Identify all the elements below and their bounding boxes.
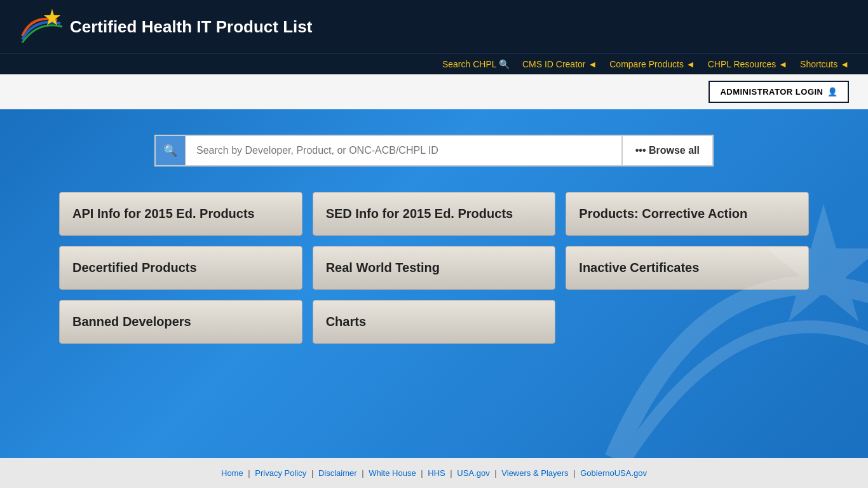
main-content: 🔍 ••• Browse all API Info for 2015 Ed. P… [0, 109, 868, 458]
search-icon: 🔍 [163, 144, 177, 158]
search-container: 🔍 ••• Browse all [154, 135, 714, 166]
search-icon-box: 🔍 [154, 135, 186, 166]
sed-info-button[interactable]: SED Info for 2015 Ed. Products [313, 192, 556, 236]
search-input[interactable] [186, 135, 621, 166]
search-area: 🔍 ••• Browse all [19, 135, 849, 166]
banned-developers-button[interactable]: Banned Developers [59, 300, 302, 344]
footer-hhs-link[interactable]: HHS [428, 468, 445, 478]
footer-viewers-link[interactable]: Viewers & Players [501, 468, 568, 478]
footer-gobierno-link[interactable]: GobiernoUSA.gov [580, 468, 647, 478]
footer-privacy-link[interactable]: Privacy Policy [255, 468, 306, 478]
nav-shortcuts[interactable]: Shortcuts ◄ [800, 59, 849, 69]
admin-login-label: ADMINISTRATOR LOGIN [720, 87, 823, 97]
login-bar: ADMINISTRATOR LOGIN 👤 [0, 74, 868, 109]
footer: Home | Privacy Policy | Disclaimer | Whi… [0, 458, 868, 488]
header: Certified Health IT Product List [0, 0, 868, 53]
button-grid: API Info for 2015 Ed. Products SED Info … [59, 192, 809, 344]
footer-home-link[interactable]: Home [221, 468, 243, 478]
person-icon: 👤 [827, 87, 838, 97]
inactive-certificates-button[interactable]: Inactive Certificates [566, 246, 809, 290]
api-info-button[interactable]: API Info for 2015 Ed. Products [59, 192, 302, 236]
nav-compare-products[interactable]: Compare Products ◄ [609, 59, 695, 69]
logo-area: Certified Health IT Product List [19, 8, 312, 46]
footer-usagov-link[interactable]: USA.gov [457, 468, 489, 478]
browse-all-button[interactable]: ••• Browse all [621, 135, 714, 166]
chpl-logo-icon [19, 8, 64, 46]
admin-login-button[interactable]: ADMINISTRATOR LOGIN 👤 [709, 81, 849, 103]
real-world-testing-button[interactable]: Real World Testing [313, 246, 556, 290]
decertified-products-button[interactable]: Decertified Products [59, 246, 302, 290]
footer-disclaimer-link[interactable]: Disclaimer [318, 468, 357, 478]
logo-title: Certified Health IT Product List [70, 17, 312, 37]
nav-chpl-resources[interactable]: CHPL Resources ◄ [708, 59, 787, 69]
nav-search-chpl[interactable]: Search CHPL 🔍 [442, 59, 510, 69]
charts-button[interactable]: Charts [313, 300, 556, 344]
nav-bar: Search CHPL 🔍 CMS ID Creator ◄ Compare P… [0, 53, 868, 74]
footer-whitehouse-link[interactable]: White House [369, 468, 416, 478]
nav-cms-id-creator[interactable]: CMS ID Creator ◄ [522, 59, 597, 69]
corrective-action-button[interactable]: Products: Corrective Action [566, 192, 809, 236]
